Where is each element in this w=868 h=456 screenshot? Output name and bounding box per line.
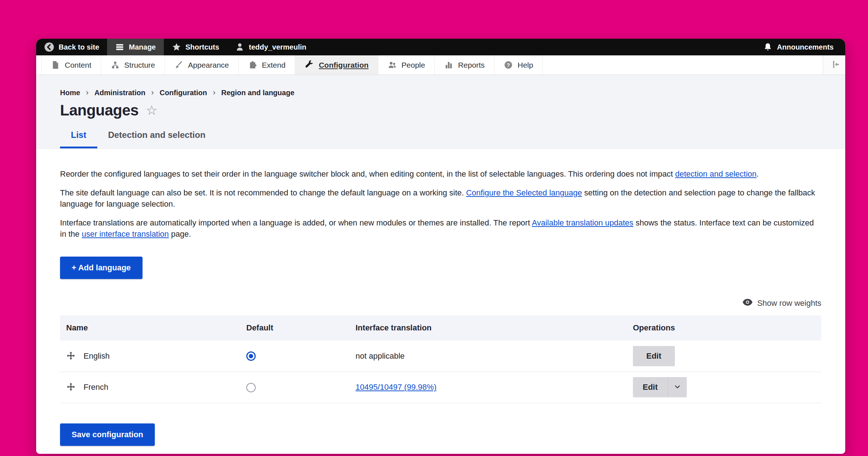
edit-button-english[interactable]: Edit [633, 346, 675, 366]
breadcrumb: Home › Administration › Configuration › … [60, 88, 821, 97]
language-name: English [84, 351, 110, 361]
extend-icon [248, 60, 257, 69]
page-header: Home › Administration › Configuration › … [36, 75, 845, 149]
edit-dropdown-toggle[interactable] [668, 377, 687, 397]
table-row-french: French 10495/10497 (99.98%) Edit [60, 372, 821, 403]
table-row-english: English not applicable Edit [60, 341, 821, 372]
favorite-star-icon[interactable]: ☆ [146, 104, 157, 117]
languages-table: Name Default Interface translation Opera… [60, 315, 821, 403]
drag-handle-icon[interactable] [66, 383, 76, 392]
language-name: French [84, 383, 108, 392]
toolbar-orientation-toggle[interactable] [823, 55, 845, 75]
menu-label: Extend [262, 61, 285, 69]
admin-toolbar: Back to site Manage Shortcuts teddy_verm… [36, 39, 845, 55]
menu-item-appearance[interactable]: Appearance [165, 55, 239, 75]
tab-list[interactable]: List [60, 130, 97, 148]
breadcrumb-separator: › [213, 88, 215, 97]
tab-detection-and-selection[interactable]: Detection and selection [97, 130, 216, 148]
svg-text:?: ? [507, 62, 510, 68]
content-icon [51, 60, 60, 69]
paragraph-text: . [757, 169, 759, 178]
menu-item-people[interactable]: People [378, 55, 435, 75]
menu-label: Reports [458, 61, 485, 69]
wrench-icon [305, 60, 314, 70]
breadcrumb-region-and-language[interactable]: Region and language [221, 89, 294, 97]
breadcrumb-administration[interactable]: Administration [94, 89, 145, 97]
menu-label: Structure [124, 61, 155, 69]
menu-item-help[interactable]: ? Help [494, 55, 543, 75]
menu-label: People [401, 61, 425, 69]
translation-status-link[interactable]: 10495/10497 (99.98%) [356, 383, 437, 392]
configure-selected-language-link[interactable]: Configure the Selected language [466, 188, 582, 197]
column-header-default: Default [246, 315, 356, 341]
menu-label: Configuration [319, 61, 369, 69]
back-icon [44, 42, 54, 52]
bell-icon [763, 42, 773, 52]
main-content: Reorder the configured languages to set … [36, 149, 845, 454]
shortcuts-menu-item[interactable]: Shortcuts [164, 39, 227, 55]
table-header-row: Name Default Interface translation Opera… [60, 315, 821, 341]
save-configuration-button[interactable]: Save configuration [60, 423, 155, 446]
column-header-name: Name [60, 315, 246, 341]
intro-paragraph-2: The site default language can also be se… [60, 187, 821, 210]
menu-item-reports[interactable]: Reports [435, 55, 494, 75]
announcements-button[interactable]: Announcements [755, 39, 845, 55]
breadcrumb-separator: › [86, 88, 89, 97]
edit-split-button: Edit [633, 377, 687, 397]
intro-paragraph-1: Reorder the configured languages to set … [60, 168, 821, 180]
paragraph-text: The site default language can also be se… [60, 188, 466, 197]
admin-menu-bar: Content Structure Appearance Extend Conf… [36, 55, 845, 75]
menu-item-content[interactable]: Content [41, 55, 101, 75]
intro-paragraph-3: Interface translations are automatically… [60, 217, 821, 240]
manage-label: Manage [129, 43, 156, 51]
breadcrumb-configuration[interactable]: Configuration [159, 89, 207, 97]
menu-item-configuration[interactable]: Configuration [295, 55, 378, 75]
column-header-operations: Operations [633, 315, 821, 341]
menu-label: Content [65, 61, 92, 69]
user-menu-item[interactable]: teddy_vermeulin [227, 39, 314, 55]
drag-handle-icon[interactable] [66, 351, 76, 361]
menu-item-extend[interactable]: Extend [239, 55, 295, 75]
back-to-site-button[interactable]: Back to site [36, 39, 107, 55]
available-translation-updates-link[interactable]: Available translation updates [532, 218, 633, 227]
manage-menu-item[interactable]: Manage [107, 39, 163, 55]
detection-and-selection-link[interactable]: detection and selection [675, 169, 757, 178]
structure-icon [111, 60, 120, 69]
help-icon: ? [504, 60, 513, 69]
appearance-icon [174, 60, 183, 69]
eye-icon [742, 298, 753, 309]
star-icon [172, 42, 181, 52]
shortcuts-label: Shortcuts [186, 43, 219, 51]
default-radio-english[interactable] [246, 351, 256, 361]
collapse-left-icon [829, 59, 840, 71]
column-header-interface-translation: Interface translation [356, 315, 633, 341]
user-interface-translation-link[interactable]: user interface translation [82, 229, 169, 238]
edit-button-french[interactable]: Edit [633, 377, 668, 397]
toolbar-spacer [314, 39, 755, 55]
default-radio-french[interactable] [246, 383, 256, 392]
paragraph-text: Reorder the configured languages to set … [60, 169, 675, 178]
user-icon [235, 42, 244, 52]
add-language-button[interactable]: + Add language [60, 257, 142, 279]
breadcrumb-home[interactable]: Home [60, 89, 80, 97]
paragraph-text: page. [169, 229, 191, 238]
show-row-weights-label: Show row weights [757, 299, 821, 308]
back-to-site-label: Back to site [59, 43, 99, 51]
menu-label: Appearance [188, 61, 229, 69]
username-label: teddy_vermeulin [249, 43, 306, 51]
show-row-weights-toggle[interactable]: Show row weights [60, 298, 821, 309]
interface-translation-value: not applicable [356, 351, 405, 360]
menu-item-structure[interactable]: Structure [101, 55, 165, 75]
people-icon [388, 60, 397, 69]
primary-tabs: List Detection and selection [60, 130, 821, 148]
chevron-down-icon [673, 383, 681, 392]
announcements-label: Announcements [777, 43, 834, 51]
menu-label: Help [518, 61, 533, 69]
hamburger-icon [115, 42, 124, 52]
browser-window: Back to site Manage Shortcuts teddy_verm… [36, 39, 845, 454]
bar-chart-icon [444, 60, 453, 69]
page-title: Languages [60, 102, 139, 119]
breadcrumb-separator: › [151, 88, 154, 97]
paragraph-text: Interface translations are automatically… [60, 218, 532, 227]
